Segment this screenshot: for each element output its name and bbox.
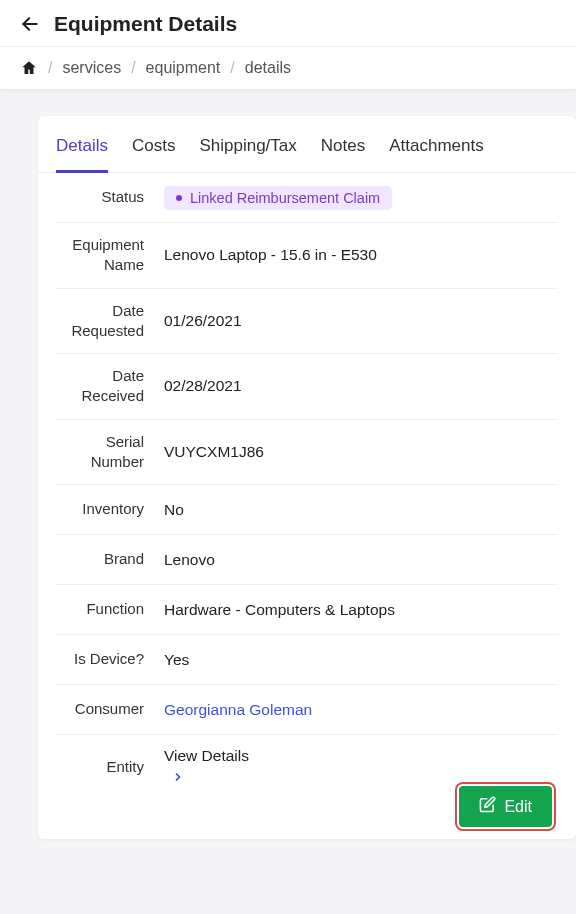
label-date-requested: Date Requested xyxy=(56,301,148,342)
breadcrumb-separator: / xyxy=(48,59,52,77)
label-status: Status xyxy=(56,187,148,207)
status-text: Linked Reimbursement Claim xyxy=(190,190,380,206)
label-brand: Brand xyxy=(56,549,148,569)
value-is-device: Yes xyxy=(148,651,189,669)
tab-details[interactable]: Details xyxy=(56,136,108,172)
label-is-device: Is Device? xyxy=(56,649,148,669)
label-inventory: Inventory xyxy=(56,499,148,519)
tab-notes[interactable]: Notes xyxy=(321,136,365,172)
label-equipment-name: Equipment Name xyxy=(56,235,148,276)
value-inventory: No xyxy=(148,501,184,519)
breadcrumb-details[interactable]: details xyxy=(245,59,291,77)
breadcrumb-equipment[interactable]: equipment xyxy=(146,59,221,77)
tabs: Details Costs Shipping/Tax Notes Attachm… xyxy=(38,116,576,173)
tab-shipping[interactable]: Shipping/Tax xyxy=(199,136,296,172)
page-title: Equipment Details xyxy=(54,12,237,36)
breadcrumb: / services / equipment / details xyxy=(0,47,576,90)
label-serial-number: Serial Number xyxy=(56,432,148,473)
label-consumer: Consumer xyxy=(56,699,148,719)
value-consumer-link[interactable]: Georgianna Goleman xyxy=(148,701,312,719)
value-equipment-name: Lenovo Laptop - 15.6 in - E530 xyxy=(148,246,377,264)
value-date-received: 02/28/2021 xyxy=(148,377,242,395)
label-date-received: Date Received xyxy=(56,366,148,407)
edit-button-label: Edit xyxy=(504,798,532,816)
label-function: Function xyxy=(56,599,148,619)
value-entity-link[interactable]: View Details xyxy=(164,747,249,765)
breadcrumb-separator: / xyxy=(131,59,135,77)
value-function: Hardware - Computers & Laptops xyxy=(148,601,395,619)
value-serial-number: VUYCXM1J86 xyxy=(148,443,264,461)
edit-icon xyxy=(479,796,496,817)
breadcrumb-services[interactable]: services xyxy=(62,59,121,77)
tab-attachments[interactable]: Attachments xyxy=(389,136,484,172)
label-entity: Entity xyxy=(56,757,148,777)
home-icon[interactable] xyxy=(20,59,38,77)
details-card: Details Costs Shipping/Tax Notes Attachm… xyxy=(38,116,576,839)
value-date-requested: 01/26/2021 xyxy=(148,312,242,330)
back-arrow-icon[interactable] xyxy=(20,14,40,34)
breadcrumb-separator: / xyxy=(230,59,234,77)
status-dot-icon xyxy=(176,195,182,201)
status-badge: Linked Reimbursement Claim xyxy=(164,186,392,210)
tab-costs[interactable]: Costs xyxy=(132,136,175,172)
edit-button[interactable]: Edit xyxy=(459,786,552,827)
value-brand: Lenovo xyxy=(148,551,215,569)
chevron-right-icon[interactable] xyxy=(164,769,249,787)
